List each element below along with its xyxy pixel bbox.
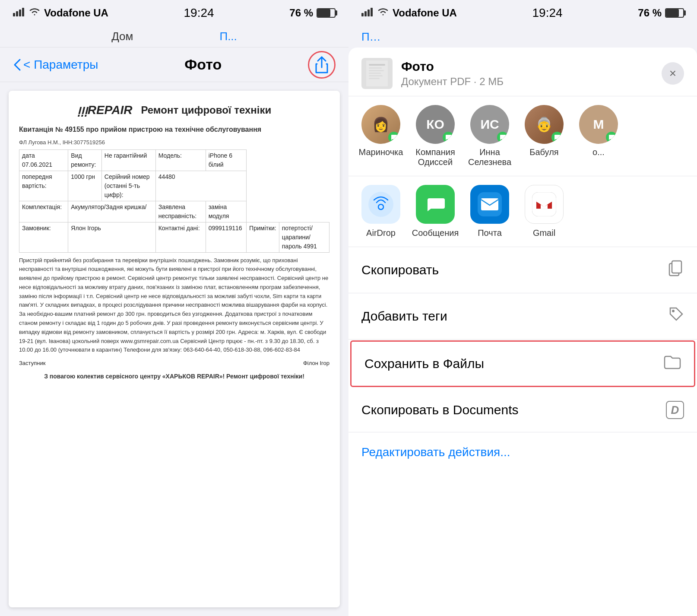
- doc-model-label: Модель:: [155, 149, 206, 171]
- app-label-mail: Почта: [478, 228, 502, 238]
- svg-rect-23: [672, 261, 681, 273]
- left-tab-bar: Дом П...: [0, 26, 348, 48]
- left-battery-area: 76 %: [289, 7, 336, 19]
- action-copy-to-documents-label: Скопировать в Documents: [361, 403, 519, 417]
- contact-more[interactable]: М о...: [575, 105, 622, 167]
- svg-rect-14: [369, 78, 380, 79]
- left-tab-second[interactable]: П...: [219, 30, 237, 43]
- app-gmail[interactable]: Gmail: [520, 185, 568, 238]
- contact-name-babula: Бабуля: [529, 147, 558, 157]
- right-battery-area: 76 %: [638, 7, 684, 19]
- svg-rect-7: [371, 8, 373, 16]
- contact-odyssey[interactable]: КО Компания Одиссей: [412, 105, 459, 167]
- left-battery-icon: [317, 8, 336, 18]
- doc-notes-val: потертості/царапини/пароль 4991: [279, 222, 329, 252]
- message-badge-babula: [551, 132, 563, 143]
- doc-info-table: дата 07.06.2021 Вид ремонту: Не гарантій…: [19, 149, 329, 253]
- tag-icon: [668, 306, 684, 326]
- app-label-airdrop: AirDrop: [366, 228, 396, 238]
- app-label-gmail: Gmail: [533, 228, 555, 238]
- edit-actions[interactable]: Редактировать действия...: [348, 432, 697, 472]
- doc-contact-label: Контактні дані:: [155, 222, 206, 252]
- app-mail[interactable]: Почта: [466, 185, 513, 238]
- document-view: ᴉᴉᴉREPAIR Ремонт цифрової техніки Квитан…: [9, 91, 340, 607]
- doc-header: ᴉᴉᴉREPAIR Ремонт цифрової техніки: [19, 101, 329, 119]
- left-panel: Vodafone UA 19:24 76 % Дом П... < Параме…: [0, 0, 348, 616]
- right-carrier-label: Vodafone UA: [393, 7, 457, 19]
- copy-icon: [668, 260, 684, 280]
- doc-sign-deputy: Заступник: [19, 359, 45, 368]
- svg-rect-11: [369, 70, 384, 71]
- contacts-row: 👩 Мариночка КО: [348, 96, 697, 176]
- app-messages[interactable]: Сообщения: [412, 185, 459, 238]
- doc-logo: ᴉᴉᴉREPAIR: [77, 101, 133, 119]
- svg-rect-12: [369, 73, 381, 74]
- action-copy[interactable]: Скопировать: [348, 247, 697, 293]
- doc-notes-label: Примітки:: [247, 222, 279, 252]
- app-airdrop[interactable]: AirDrop: [357, 185, 405, 238]
- contact-name-more: о...: [592, 147, 605, 157]
- doc-equipment-label: Комплектація:: [19, 201, 68, 222]
- left-status-bar: Vodafone UA 19:24 76 %: [0, 0, 348, 26]
- left-time: 19:24: [184, 6, 214, 20]
- contact-avatar-marinochka: 👩: [361, 105, 400, 144]
- left-tab-home[interactable]: Дом: [111, 30, 133, 43]
- svg-rect-10: [369, 67, 382, 69]
- folder-icon: [664, 355, 681, 373]
- doc-signatures: Заступник Філон Ігор: [19, 359, 329, 368]
- right-wifi-icon: [377, 7, 389, 19]
- right-battery-fill: [666, 9, 679, 17]
- share-sheet-info: Фото Документ PDF · 2 МБ: [401, 59, 653, 88]
- doc-equipment-val: Акумулятор/Задня кришка/: [68, 201, 155, 222]
- right-battery-icon: [665, 8, 684, 18]
- message-badge-more: [606, 132, 617, 143]
- doc-repair-type-val: Не гарантійний: [101, 149, 155, 171]
- doc-date-label: дата 07.06.2021: [19, 149, 68, 171]
- doc-prepay-label: попередня вартість:: [19, 171, 68, 201]
- message-badge-inna: [497, 132, 508, 143]
- right-time: 19:24: [532, 6, 563, 20]
- doc-model-val: iPhone 6 білий: [206, 149, 246, 171]
- left-carrier: Vodafone UA: [13, 7, 108, 19]
- contact-marinonka[interactable]: 👩 Мариночка: [357, 105, 405, 167]
- doc-org: ФЛ Лугова Н.М., ІНН:3077519256: [19, 138, 329, 147]
- edit-actions-label: Редактировать действия...: [361, 445, 510, 459]
- doc-contact-val: 0999119116: [206, 222, 246, 252]
- action-save-to-files[interactable]: Сохранить в Файлы: [350, 340, 695, 387]
- contact-name-inna: Инна Селезнева: [466, 147, 513, 167]
- contact-name-marinochka: Мариночка: [359, 147, 403, 157]
- svg-rect-5: [364, 11, 367, 16]
- share-button[interactable]: [308, 51, 336, 79]
- right-carrier: Vodafone UA: [361, 7, 457, 19]
- svg-rect-6: [368, 10, 370, 16]
- right-top-bar: П...: [348, 26, 697, 48]
- back-button[interactable]: < Параметры: [13, 58, 98, 72]
- doc-client-label: Замовник:: [19, 222, 68, 252]
- contact-name-odyssey: Компания Одиссей: [412, 147, 459, 167]
- svg-rect-2: [19, 10, 21, 16]
- left-page-title: Фото: [184, 56, 222, 73]
- doc-client-val: Ялон Ігорь: [68, 222, 155, 252]
- left-carrier-label: Vodafone UA: [44, 7, 108, 19]
- airdrop-icon: [361, 185, 400, 224]
- doc-title: Ремонт цифрової техніки: [141, 102, 271, 118]
- back-label: < Параметры: [23, 58, 98, 72]
- close-button[interactable]: ×: [662, 62, 684, 85]
- action-add-tags[interactable]: Добавить теги: [348, 293, 697, 340]
- contact-inna[interactable]: ИС Инна Селезнева: [466, 105, 513, 167]
- doc-subtitle: Квитанція № 49155 про прийом пристрою на…: [19, 124, 329, 135]
- gmail-icon: [525, 185, 564, 224]
- doc-defect-label: Заявлена несправність:: [155, 201, 206, 222]
- svg-rect-4: [361, 13, 364, 16]
- svg-rect-1: [16, 11, 18, 16]
- share-sheet-thumbnail: [361, 58, 393, 89]
- left-battery-fill: [317, 9, 330, 17]
- contact-babula[interactable]: 👵 Бабуля: [520, 105, 568, 167]
- contact-avatar-odyssey: КО: [416, 105, 455, 144]
- right-panel: Vodafone UA 19:24 76 % П...: [348, 0, 697, 616]
- doc-sign-fop: Філон Ігор: [303, 359, 329, 368]
- action-list: Скопировать Добавить теги: [348, 247, 697, 616]
- svg-point-24: [672, 310, 675, 312]
- messages-icon: [416, 185, 455, 224]
- action-copy-to-documents[interactable]: Скопировать в Documents D: [348, 388, 697, 432]
